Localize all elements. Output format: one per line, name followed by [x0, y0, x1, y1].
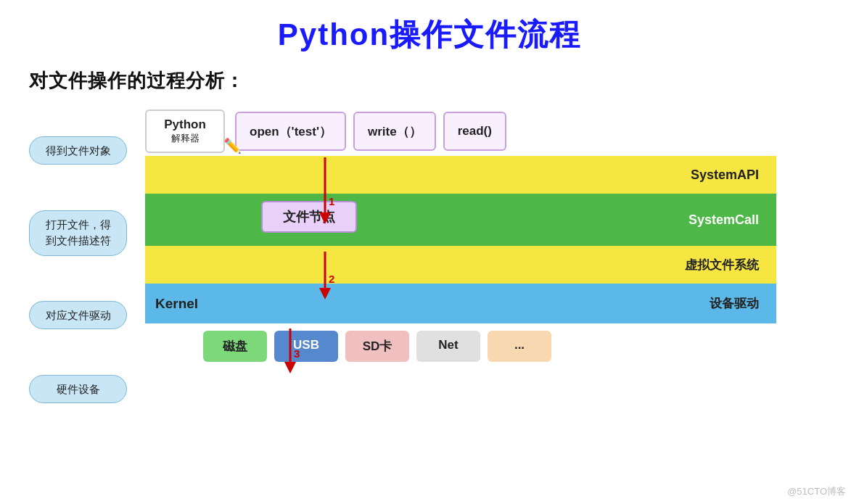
open-api-box: open（'test'）	[235, 112, 346, 151]
right-diagram: Python 解释器 open（'test'） write（） read() ✏…	[145, 107, 830, 362]
system-call-layer: SystemCall 文件节点	[145, 194, 776, 246]
label-get-file-obj: 得到文件对象	[29, 136, 127, 165]
system-api-label: SystemAPI	[691, 168, 759, 183]
kernel-label: Kernel	[155, 296, 198, 312]
svg-marker-7	[284, 362, 296, 373]
file-node-box: 文件节点	[261, 201, 357, 233]
system-api-layer: SystemAPI	[145, 156, 776, 194]
label-open-file: 打开文件，得到文件描述符	[29, 210, 127, 256]
page-container: Python操作文件流程 对文件操作的过程分析： 得到文件对象 打开文件，得到文…	[0, 0, 859, 504]
hw-net: Net	[416, 331, 480, 362]
left-labels: 得到文件对象 打开文件，得到文件描述符 对应文件驱动 硬件设备	[29, 114, 138, 426]
device-driver-label: 设备驱动	[710, 295, 759, 312]
pencil-icon: ✏️	[223, 137, 242, 154]
label-hardware: 硬件设备	[29, 375, 127, 403]
hw-usb: USB	[274, 331, 338, 362]
read-api-box: read()	[443, 112, 506, 151]
hw-disk: 磁盘	[203, 331, 267, 362]
main-title: Python操作文件流程	[29, 15, 830, 55]
kernel-layer: Kernel 设备驱动	[145, 284, 776, 323]
python-row: Python 解释器 open（'test'） write（） read() ✏…	[145, 107, 830, 156]
api-boxes: open（'test'） write（） read()	[235, 112, 506, 151]
watermark: @51CTO博客	[787, 485, 846, 498]
layers-container: SystemAPI SystemCall 文件节点 虚拟文件系统 Kernel	[145, 156, 776, 362]
label-file-driver: 对应文件驱动	[29, 301, 127, 329]
hardware-row: 磁盘 USB SD卡 Net ...	[203, 331, 776, 362]
write-api-box: write（）	[353, 112, 436, 151]
python-interpreter-box: Python 解释器	[145, 110, 225, 153]
diagram-area: 得到文件对象 打开文件，得到文件描述符 对应文件驱动 硬件设备 Python 解…	[29, 107, 830, 462]
sub-title: 对文件操作的过程分析：	[29, 68, 830, 94]
vfs-label: 虚拟文件系统	[685, 257, 759, 273]
hw-dots: ...	[488, 331, 551, 362]
system-call-label: SystemCall	[689, 212, 759, 228]
vfs-layer: 虚拟文件系统	[145, 246, 776, 284]
hw-sd: SD卡	[345, 331, 409, 362]
